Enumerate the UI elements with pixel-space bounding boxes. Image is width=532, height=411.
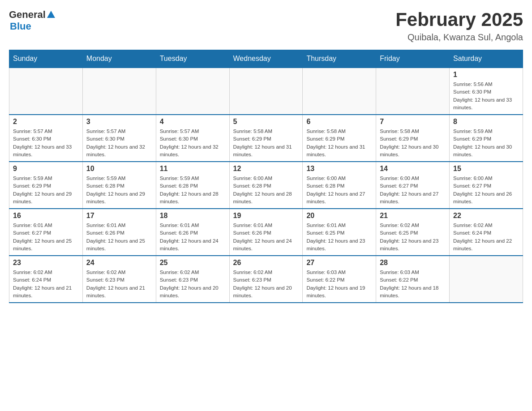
calendar-week-row: 9Sunrise: 5:59 AMSunset: 6:29 PMDaylight… <box>9 162 523 209</box>
header-sunday: Sunday <box>9 50 83 68</box>
day-number: 13 <box>306 165 372 173</box>
day-number: 21 <box>380 212 446 220</box>
day-info: Sunrise: 5:56 AMSunset: 6:30 PMDaylight:… <box>453 81 519 111</box>
day-number: 19 <box>233 212 299 220</box>
calendar-week-row: 1Sunrise: 5:56 AMSunset: 6:30 PMDaylight… <box>9 68 523 115</box>
table-row: 1Sunrise: 5:56 AMSunset: 6:30 PMDaylight… <box>450 68 523 115</box>
table-row: 3Sunrise: 5:57 AMSunset: 6:30 PMDaylight… <box>82 115 156 162</box>
table-row: 16Sunrise: 6:01 AMSunset: 6:27 PMDayligh… <box>9 209 83 256</box>
header-tuesday: Tuesday <box>156 50 229 68</box>
table-row: 19Sunrise: 6:01 AMSunset: 6:26 PMDayligh… <box>229 209 303 256</box>
table-row: 21Sunrise: 6:02 AMSunset: 6:25 PMDayligh… <box>376 209 450 256</box>
title-block: February 2025 Quibala, Kwanza Sul, Angol… <box>395 9 523 43</box>
day-info: Sunrise: 5:58 AMSunset: 6:29 PMDaylight:… <box>306 128 372 158</box>
table-row: 15Sunrise: 6:00 AMSunset: 6:27 PMDayligh… <box>450 162 523 209</box>
header-thursday: Thursday <box>303 50 376 68</box>
day-info: Sunrise: 5:58 AMSunset: 6:29 PMDaylight:… <box>233 128 299 158</box>
day-info: Sunrise: 6:02 AMSunset: 6:23 PMDaylight:… <box>86 269 152 300</box>
day-info: Sunrise: 5:59 AMSunset: 6:29 PMDaylight:… <box>13 175 79 206</box>
table-row: 23Sunrise: 6:02 AMSunset: 6:24 PMDayligh… <box>9 256 83 303</box>
day-number: 23 <box>13 259 79 267</box>
table-row: 5Sunrise: 5:58 AMSunset: 6:29 PMDaylight… <box>229 115 303 162</box>
table-row <box>82 68 156 115</box>
day-number: 3 <box>86 118 152 126</box>
day-number: 11 <box>160 165 226 173</box>
table-row <box>303 68 376 115</box>
day-info: Sunrise: 6:00 AMSunset: 6:28 PMDaylight:… <box>306 175 372 206</box>
day-info: Sunrise: 6:02 AMSunset: 6:24 PMDaylight:… <box>453 222 519 253</box>
calendar-subtitle: Quibala, Kwanza Sul, Angola <box>395 32 523 43</box>
logo-blue-text: Blue <box>10 21 31 32</box>
calendar-header-row: Sunday Monday Tuesday Wednesday Thursday… <box>9 50 523 68</box>
table-row: 28Sunrise: 6:03 AMSunset: 6:22 PMDayligh… <box>376 256 450 303</box>
header-saturday: Saturday <box>450 50 523 68</box>
day-info: Sunrise: 6:01 AMSunset: 6:25 PMDaylight:… <box>306 222 372 253</box>
day-info: Sunrise: 6:01 AMSunset: 6:26 PMDaylight:… <box>86 222 152 253</box>
table-row: 27Sunrise: 6:03 AMSunset: 6:22 PMDayligh… <box>303 256 376 303</box>
day-number: 27 <box>306 259 372 267</box>
table-row: 4Sunrise: 5:57 AMSunset: 6:30 PMDaylight… <box>156 115 229 162</box>
day-info: Sunrise: 6:01 AMSunset: 6:27 PMDaylight:… <box>13 222 79 253</box>
table-row: 14Sunrise: 6:00 AMSunset: 6:27 PMDayligh… <box>376 162 450 209</box>
day-info: Sunrise: 5:59 AMSunset: 6:29 PMDaylight:… <box>453 128 519 158</box>
day-info: Sunrise: 6:02 AMSunset: 6:25 PMDaylight:… <box>380 222 446 253</box>
calendar-week-row: 2Sunrise: 5:57 AMSunset: 6:30 PMDaylight… <box>9 115 523 162</box>
table-row: 11Sunrise: 5:59 AMSunset: 6:28 PMDayligh… <box>156 162 229 209</box>
day-info: Sunrise: 6:00 AMSunset: 6:28 PMDaylight:… <box>233 175 299 206</box>
day-number: 20 <box>306 212 372 220</box>
table-row: 13Sunrise: 6:00 AMSunset: 6:28 PMDayligh… <box>303 162 376 209</box>
header-wednesday: Wednesday <box>229 50 303 68</box>
header-friday: Friday <box>376 50 450 68</box>
day-info: Sunrise: 5:57 AMSunset: 6:30 PMDaylight:… <box>13 128 79 158</box>
day-number: 1 <box>453 71 519 79</box>
table-row: 7Sunrise: 5:58 AMSunset: 6:29 PMDaylight… <box>376 115 450 162</box>
day-number: 28 <box>380 259 446 267</box>
day-number: 5 <box>233 118 299 126</box>
day-info: Sunrise: 6:02 AMSunset: 6:23 PMDaylight:… <box>160 269 226 300</box>
day-number: 18 <box>160 212 226 220</box>
day-number: 24 <box>86 259 152 267</box>
table-row <box>156 68 229 115</box>
day-number: 22 <box>453 212 519 220</box>
day-number: 14 <box>380 165 446 173</box>
table-row <box>376 68 450 115</box>
table-row: 2Sunrise: 5:57 AMSunset: 6:30 PMDaylight… <box>9 115 83 162</box>
table-row: 20Sunrise: 6:01 AMSunset: 6:25 PMDayligh… <box>303 209 376 256</box>
table-row: 9Sunrise: 5:59 AMSunset: 6:29 PMDaylight… <box>9 162 83 209</box>
calendar-title: February 2025 <box>395 9 523 30</box>
table-row: 17Sunrise: 6:01 AMSunset: 6:26 PMDayligh… <box>82 209 156 256</box>
table-row <box>9 68 83 115</box>
day-info: Sunrise: 6:03 AMSunset: 6:22 PMDaylight:… <box>380 269 446 300</box>
day-info: Sunrise: 6:00 AMSunset: 6:27 PMDaylight:… <box>453 175 519 206</box>
logo: General Blue <box>9 9 55 32</box>
table-row: 6Sunrise: 5:58 AMSunset: 6:29 PMDaylight… <box>303 115 376 162</box>
table-row: 26Sunrise: 6:02 AMSunset: 6:23 PMDayligh… <box>229 256 303 303</box>
day-number: 4 <box>160 118 226 126</box>
page-header: General Blue February 2025 Quibala, Kwan… <box>9 9 523 43</box>
day-number: 8 <box>453 118 519 126</box>
day-info: Sunrise: 6:02 AMSunset: 6:24 PMDaylight:… <box>13 269 79 300</box>
table-row: 18Sunrise: 6:01 AMSunset: 6:26 PMDayligh… <box>156 209 229 256</box>
day-info: Sunrise: 5:57 AMSunset: 6:30 PMDaylight:… <box>160 128 226 158</box>
table-row: 8Sunrise: 5:59 AMSunset: 6:29 PMDaylight… <box>450 115 523 162</box>
day-number: 9 <box>13 165 79 173</box>
table-row: 24Sunrise: 6:02 AMSunset: 6:23 PMDayligh… <box>82 256 156 303</box>
calendar-week-row: 23Sunrise: 6:02 AMSunset: 6:24 PMDayligh… <box>9 256 523 303</box>
day-info: Sunrise: 5:58 AMSunset: 6:29 PMDaylight:… <box>380 128 446 158</box>
header-monday: Monday <box>82 50 156 68</box>
day-info: Sunrise: 5:57 AMSunset: 6:30 PMDaylight:… <box>86 128 152 158</box>
day-number: 17 <box>86 212 152 220</box>
table-row <box>229 68 303 115</box>
calendar-week-row: 16Sunrise: 6:01 AMSunset: 6:27 PMDayligh… <box>9 209 523 256</box>
day-info: Sunrise: 5:59 AMSunset: 6:28 PMDaylight:… <box>160 175 226 206</box>
day-info: Sunrise: 6:01 AMSunset: 6:26 PMDaylight:… <box>160 222 226 253</box>
logo-general-text: General <box>9 9 46 21</box>
table-row: 25Sunrise: 6:02 AMSunset: 6:23 PMDayligh… <box>156 256 229 303</box>
day-number: 6 <box>306 118 372 126</box>
day-number: 2 <box>13 118 79 126</box>
table-row: 22Sunrise: 6:02 AMSunset: 6:24 PMDayligh… <box>450 209 523 256</box>
day-number: 12 <box>233 165 299 173</box>
calendar-table: Sunday Monday Tuesday Wednesday Thursday… <box>9 50 523 303</box>
day-number: 26 <box>233 259 299 267</box>
day-number: 25 <box>160 259 226 267</box>
